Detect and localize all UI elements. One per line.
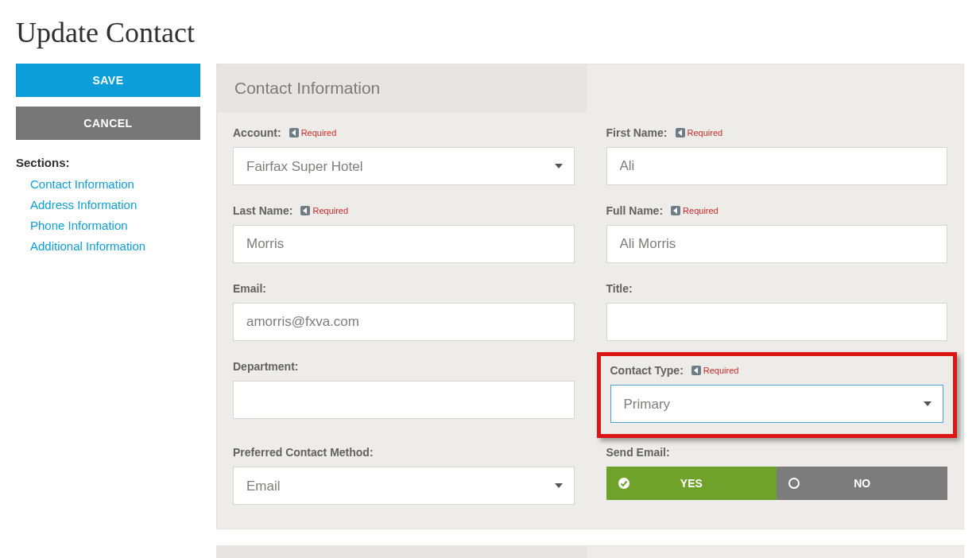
highlight-contact-type: Contact Type: Required Primary: [597, 352, 958, 438]
label-department: Department:: [233, 360, 298, 373]
account-select[interactable]: Fairfax Super Hotel: [233, 147, 575, 185]
field-title: Title:: [606, 282, 948, 341]
sidebar-item-phone-information[interactable]: Phone Information: [30, 219, 128, 232]
toggle-yes-label: YES: [680, 477, 703, 490]
panel-address-information: Address Information: [216, 545, 964, 558]
full-name-input[interactable]: [606, 225, 948, 263]
cancel-button[interactable]: CANCEL: [16, 107, 200, 140]
field-send-email: Send Email: YES: [606, 446, 948, 505]
sidebar-item-additional-information[interactable]: Additional Information: [30, 239, 145, 253]
svg-point-5: [618, 478, 629, 489]
label-account: Account:: [233, 126, 281, 139]
last-name-input[interactable]: [233, 225, 575, 263]
label-full-name: Full Name:: [606, 204, 664, 217]
title-input[interactable]: [606, 303, 948, 341]
required-tag: Required: [671, 206, 719, 215]
label-last-name: Last Name:: [233, 204, 292, 217]
first-name-input[interactable]: [606, 147, 948, 185]
arrow-left-icon: [671, 206, 680, 215]
sections-heading: Sections:: [16, 156, 200, 169]
arrow-left-icon: [691, 366, 701, 375]
panel-header-address-information: Address Information: [217, 546, 587, 558]
field-preferred-contact-method: Preferred Contact Method: Email: [233, 446, 575, 505]
required-text: Required: [301, 128, 337, 138]
save-button[interactable]: SAVE: [16, 64, 200, 97]
required-text: Required: [683, 206, 719, 215]
sidebar-item-address-information[interactable]: Address Information: [30, 198, 137, 211]
svg-marker-1: [678, 130, 682, 136]
field-contact-type: Contact Type: Required Primary: [606, 360, 948, 427]
radio-empty-icon: [788, 477, 800, 490]
contact-type-select[interactable]: Primary: [610, 385, 944, 423]
required-text: Required: [688, 128, 723, 138]
field-account: Account: Required Fairfax Super Hotel: [233, 126, 575, 185]
panel-header-contact-information: Contact Information: [217, 64, 587, 112]
field-full-name: Full Name: Required: [606, 204, 948, 263]
arrow-left-icon: [300, 206, 310, 215]
field-first-name: First Name: Required: [606, 126, 948, 185]
email-input[interactable]: [233, 303, 575, 341]
field-department: Department:: [233, 360, 575, 427]
send-email-yes-button[interactable]: YES: [606, 467, 777, 500]
svg-marker-3: [673, 207, 677, 214]
svg-marker-4: [694, 367, 698, 374]
label-preferred-contact-method: Preferred Contact Method:: [233, 446, 374, 459]
panel-contact-information: Contact Information Account: Required: [216, 64, 964, 529]
sidebar-item-contact-information[interactable]: Contact Information: [30, 177, 134, 191]
required-tag: Required: [289, 128, 337, 138]
required-text: Required: [312, 206, 348, 215]
arrow-left-icon: [676, 128, 685, 138]
arrow-left-icon: [289, 128, 299, 138]
main-content: Contact Information Account: Required: [216, 64, 964, 558]
preferred-contact-method-select[interactable]: Email: [233, 467, 575, 505]
field-last-name: Last Name: Required: [233, 204, 575, 263]
required-tag: Required: [691, 366, 739, 375]
required-tag: Required: [676, 128, 723, 138]
svg-marker-2: [303, 207, 307, 214]
section-links: Contact Information Address Information …: [16, 177, 200, 254]
sidebar: SAVE CANCEL Sections: Contact Informatio…: [16, 64, 200, 260]
svg-marker-0: [292, 130, 296, 136]
field-email: Email:: [233, 282, 575, 341]
check-circle-icon: [618, 477, 630, 490]
svg-point-6: [789, 479, 799, 488]
page-title: Update Contact: [16, 16, 964, 49]
required-text: Required: [703, 366, 739, 375]
label-first-name: First Name:: [606, 126, 668, 139]
required-tag: Required: [300, 206, 348, 215]
label-send-email: Send Email:: [606, 446, 670, 459]
label-contact-type: Contact Type:: [610, 364, 684, 377]
department-input[interactable]: [233, 381, 575, 419]
label-email: Email:: [233, 282, 266, 295]
send-email-no-button[interactable]: NO: [777, 467, 947, 500]
label-title: Title:: [606, 282, 633, 295]
toggle-no-label: NO: [854, 477, 870, 490]
